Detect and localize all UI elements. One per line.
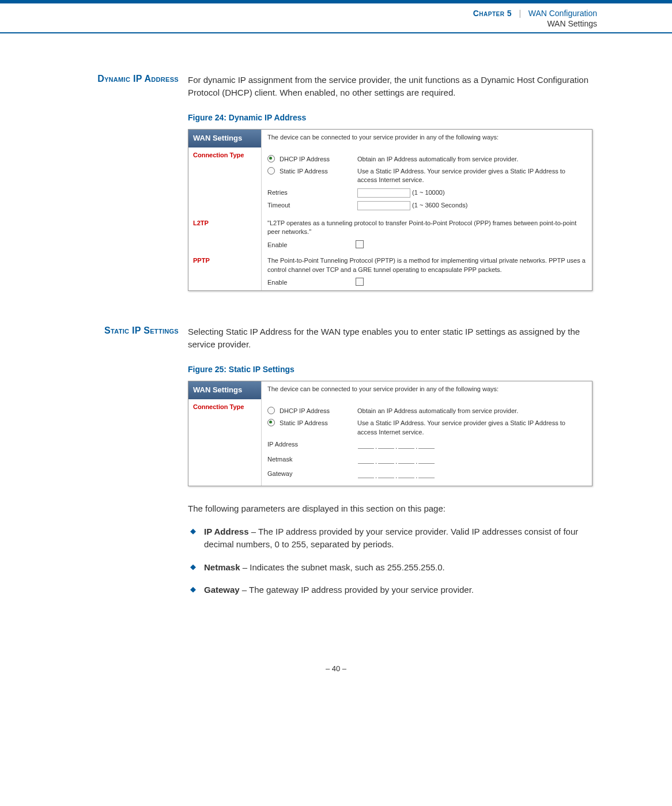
chapter-label: Chapter 5 [473, 9, 512, 18]
page-number: – 40 – [326, 664, 346, 673]
ss2-dhcp-radio-label: DHCP IP Address [280, 407, 330, 414]
param-gw-desc: – The gateway IP address provided by you… [240, 585, 474, 595]
ip-octet-3[interactable] [398, 440, 414, 449]
pptp-enable-checkbox[interactable] [356, 278, 364, 286]
ss1-title-cell: WAN Settings [188, 130, 262, 147]
ss1-connection-type-label: Connection Type [188, 147, 262, 215]
static-radio-label: Static IP Address [280, 168, 328, 175]
dhcp-desc: Obtain an IP Address automatically from … [357, 153, 586, 165]
page-footer: – 40 – [0, 641, 672, 690]
ss2-gateway-label: Gateway [267, 468, 357, 482]
static-radio[interactable] [267, 167, 275, 175]
ss2-connection-type-label: Connection Type [188, 399, 262, 486]
dhcp-radio-label: DHCP IP Address [280, 156, 330, 162]
param-ip-name: IP Address [204, 527, 249, 536]
param-nm-name: Netmask [204, 562, 240, 572]
ss2-dhcp-radio[interactable] [267, 407, 275, 414]
retries-hint: (1 ~ 10000) [412, 189, 445, 196]
body-static-ip: Selecting Static IP Address for the WAN … [188, 326, 597, 351]
timeout-hint: (1 ~ 3600 Seconds) [412, 202, 467, 209]
ip-octet-1[interactable] [358, 440, 374, 449]
l2tp-desc: "L2TP operates as a tunneling protocol t… [267, 219, 586, 237]
ss2-netmask-label: Netmask [267, 453, 357, 468]
section-static-ip: Static IP Settings Selecting Static IP A… [63, 326, 597, 607]
content-static-ip: Selecting Static IP Address for the WAN … [188, 326, 597, 607]
page-header: Chapter 5 | WAN Configuration WAN Settin… [0, 3, 672, 33]
parameter-list: IP Address – The IP address provided by … [188, 525, 597, 596]
header-separator: | [519, 9, 522, 18]
nm-octet-1[interactable] [358, 455, 374, 464]
screenshot-figure-24: WAN Settings The device can be connected… [188, 129, 592, 292]
timeout-label: Timeout [267, 199, 357, 212]
header-title-line1: WAN Configuration [528, 9, 597, 18]
nm-octet-3[interactable] [398, 455, 414, 464]
retries-input[interactable] [357, 188, 410, 198]
figure-caption-24: Figure 24: Dynamic IP Address [188, 112, 597, 123]
l2tp-enable-label: Enable [267, 241, 354, 249]
param-ip-address: IP Address – The IP address provided by … [188, 525, 597, 551]
ip-octet-4[interactable] [418, 440, 435, 449]
ss2-gateway-input-group: ... [357, 468, 586, 482]
dhcp-radio[interactable] [267, 155, 275, 162]
ss2-intro: The device can be connected to your serv… [262, 381, 592, 399]
ss2-static-desc: Use a Static IP Address. Your service pr… [357, 417, 586, 438]
screenshot-figure-25: WAN Settings The device can be connected… [188, 381, 592, 486]
param-netmask: Netmask – Indicates the subnet mask, suc… [188, 561, 597, 574]
nm-octet-2[interactable] [378, 455, 394, 464]
body-dynamic-ip: For dynamic IP assignment from the servi… [188, 74, 597, 99]
ss1-l2tp-label: L2TP [188, 215, 262, 253]
gw-octet-4[interactable] [418, 470, 435, 478]
side-heading-dynamic-ip: Dynamic IP Address [63, 74, 188, 291]
retries-label: Retries [267, 187, 357, 199]
nm-octet-4[interactable] [418, 455, 435, 464]
heading-static-ip: Static IP Settings [104, 326, 179, 335]
ss1-intro: The device can be connected to your serv… [262, 130, 592, 147]
main-content: Dynamic IP Address For dynamic IP assign… [0, 33, 672, 607]
ss2-ip-input-group: ... [357, 438, 586, 453]
static-desc: Use a Static IP Address. Your service pr… [357, 165, 586, 187]
l2tp-enable-checkbox[interactable] [356, 240, 364, 248]
param-gateway: Gateway – The gateway IP address provide… [188, 584, 597, 596]
param-ip-desc: – The IP address provided by your servic… [204, 527, 578, 549]
ss1-pptp-label: PPTP [188, 253, 262, 290]
pptp-desc: The Point-to-Point Tunneling Protocol (P… [267, 256, 586, 274]
figure-caption-25: Figure 25: Static IP Settings [188, 364, 597, 375]
section-dynamic-ip: Dynamic IP Address For dynamic IP assign… [63, 74, 597, 291]
ss2-dhcp-desc: Obtain an IP Address automatically from … [357, 405, 586, 417]
side-heading-static-ip: Static IP Settings [63, 326, 188, 607]
content-dynamic-ip: For dynamic IP assignment from the servi… [188, 74, 597, 291]
param-gw-name: Gateway [204, 585, 240, 595]
gw-octet-3[interactable] [398, 470, 414, 478]
ss2-static-radio[interactable] [267, 419, 275, 426]
ip-octet-2[interactable] [378, 440, 394, 449]
params-intro: The following parameters are displayed i… [188, 502, 597, 515]
ss2-netmask-input-group: ... [357, 453, 586, 468]
gw-octet-1[interactable] [358, 470, 374, 478]
pptp-enable-label: Enable [267, 278, 354, 287]
ss2-title-cell: WAN Settings [188, 381, 262, 399]
header-title-line2: WAN Settings [547, 19, 597, 28]
ss2-ip-label: IP Address [267, 438, 357, 453]
gw-octet-2[interactable] [378, 470, 394, 478]
ss2-static-radio-label: Static IP Address [280, 419, 328, 426]
heading-dynamic-ip: Dynamic IP Address [97, 74, 179, 84]
param-nm-desc: – Indicates the subnet mask, such as 255… [240, 562, 445, 572]
timeout-input[interactable] [357, 201, 410, 210]
